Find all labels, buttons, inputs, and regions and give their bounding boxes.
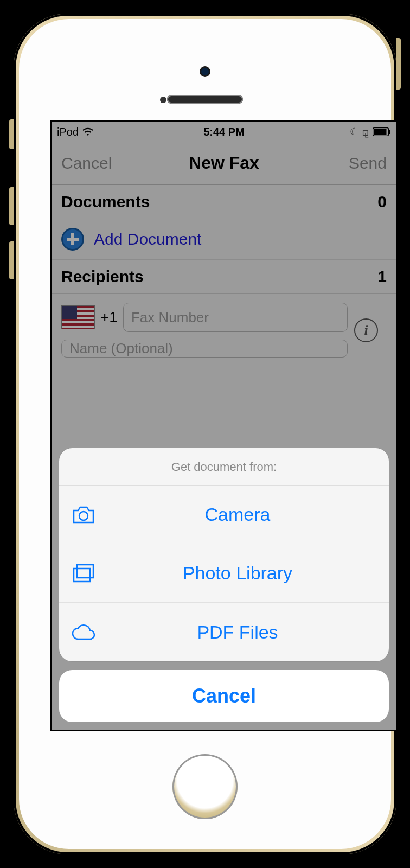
sheet-option-camera[interactable]: Camera — [59, 486, 389, 544]
plus-icon — [61, 228, 84, 251]
cloud-icon — [59, 623, 108, 641]
recipients-header-label: Recipients — [61, 267, 144, 286]
page-title: New Fax — [52, 153, 396, 173]
sheet-option-label: Photo Library — [108, 563, 367, 584]
action-sheet-title: Get document from: — [59, 448, 389, 486]
info-icon[interactable]: i — [354, 318, 378, 342]
documents-count: 0 — [377, 193, 387, 211]
sheet-option-pdf-files[interactable]: PDF Files — [59, 603, 389, 661]
sheet-option-photo-library[interactable]: Photo Library — [59, 544, 389, 603]
action-sheet-cancel-button[interactable]: Cancel — [59, 670, 389, 722]
nav-bar: Cancel New Fax Send — [52, 142, 396, 185]
svg-rect-4 — [77, 565, 93, 578]
photo-library-icon — [59, 563, 108, 584]
add-document-row[interactable]: Add Document — [52, 219, 396, 260]
sheet-option-label: PDF Files — [108, 622, 367, 643]
recipients-header: Recipients 1 — [52, 260, 396, 294]
action-sheet: Get document from: Camera — [59, 448, 389, 722]
documents-header: Documents 0 — [52, 185, 396, 219]
sheet-option-label: Camera — [108, 504, 367, 525]
add-document-label: Add Document — [94, 230, 201, 248]
recipient-row: +1 Fax Number Name (Optional) i — [52, 294, 396, 368]
recipients-count: 1 — [377, 267, 387, 286]
clock: 5:44 PM — [52, 126, 396, 138]
app-screen: iPod 5:44 PM ☾ ⚼ — [52, 122, 396, 730]
cancel-label: Cancel — [192, 685, 256, 707]
country-flag-us[interactable] — [61, 305, 95, 329]
home-button[interactable] — [172, 754, 238, 819]
documents-header-label: Documents — [61, 193, 150, 211]
dial-code: +1 — [100, 309, 118, 326]
fax-number-input[interactable]: Fax Number — [123, 303, 348, 332]
camera-icon — [59, 505, 108, 525]
recipient-name-input[interactable]: Name (Optional) — [61, 340, 348, 358]
svg-point-3 — [79, 512, 88, 520]
svg-rect-5 — [74, 569, 90, 582]
status-bar: iPod 5:44 PM ☾ ⚼ — [52, 122, 396, 142]
